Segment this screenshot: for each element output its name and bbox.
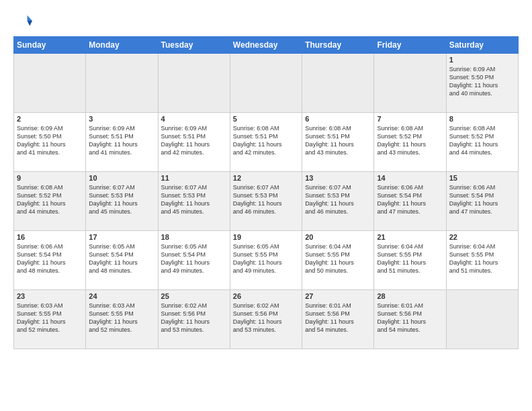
day-number: 3 bbox=[89, 115, 154, 123]
calendar-week-row: 9Sunrise: 6:08 AM Sunset: 5:52 PM Daylig… bbox=[14, 172, 519, 231]
day-info: Sunrise: 6:06 AM Sunset: 5:54 PM Dayligh… bbox=[377, 183, 443, 216]
calendar-cell: 17Sunrise: 6:05 AM Sunset: 5:54 PM Dayli… bbox=[86, 231, 158, 290]
calendar-cell: 6Sunrise: 6:08 AM Sunset: 5:51 PM Daylig… bbox=[302, 113, 374, 172]
day-info: Sunrise: 6:07 AM Sunset: 5:53 PM Dayligh… bbox=[89, 183, 154, 216]
page: SundayMondayTuesdayWednesdayThursdayFrid… bbox=[0, 0, 532, 356]
calendar-cell: 10Sunrise: 6:07 AM Sunset: 5:53 PM Dayli… bbox=[86, 172, 158, 231]
day-info: Sunrise: 6:01 AM Sunset: 5:56 PM Dayligh… bbox=[305, 302, 371, 334]
calendar-cell: 1Sunrise: 6:09 AM Sunset: 5:50 PM Daylig… bbox=[446, 54, 518, 113]
day-info: Sunrise: 6:07 AM Sunset: 5:53 PM Dayligh… bbox=[305, 183, 371, 216]
calendar-cell bbox=[446, 290, 518, 349]
day-number: 13 bbox=[305, 174, 371, 182]
weekday-header: Wednesday bbox=[230, 37, 302, 54]
logo-icon bbox=[13, 12, 32, 31]
day-number: 25 bbox=[161, 292, 227, 300]
day-info: Sunrise: 6:07 AM Sunset: 5:53 PM Dayligh… bbox=[161, 183, 227, 216]
calendar-cell: 24Sunrise: 6:03 AM Sunset: 5:55 PM Dayli… bbox=[86, 290, 158, 349]
calendar-cell bbox=[14, 54, 86, 113]
calendar-cell bbox=[302, 54, 374, 113]
day-number: 17 bbox=[89, 233, 154, 241]
calendar-cell: 11Sunrise: 6:07 AM Sunset: 5:53 PM Dayli… bbox=[158, 172, 230, 231]
day-number: 16 bbox=[17, 233, 83, 241]
day-number: 10 bbox=[89, 174, 154, 182]
calendar-cell: 15Sunrise: 6:06 AM Sunset: 5:54 PM Dayli… bbox=[446, 172, 518, 231]
calendar-week-row: 16Sunrise: 6:06 AM Sunset: 5:54 PM Dayli… bbox=[14, 231, 519, 290]
day-info: Sunrise: 6:09 AM Sunset: 5:51 PM Dayligh… bbox=[89, 124, 154, 157]
day-number: 24 bbox=[89, 292, 154, 300]
day-info: Sunrise: 6:06 AM Sunset: 5:54 PM Dayligh… bbox=[17, 242, 83, 275]
calendar-cell: 19Sunrise: 6:05 AM Sunset: 5:55 PM Dayli… bbox=[230, 231, 302, 290]
day-info: Sunrise: 6:05 AM Sunset: 5:54 PM Dayligh… bbox=[89, 242, 154, 275]
day-info: Sunrise: 6:06 AM Sunset: 5:54 PM Dayligh… bbox=[449, 183, 515, 216]
calendar-week-row: 23Sunrise: 6:03 AM Sunset: 5:55 PM Dayli… bbox=[14, 290, 519, 349]
calendar-cell bbox=[374, 54, 446, 113]
day-number: 26 bbox=[233, 292, 299, 300]
day-number: 1 bbox=[449, 56, 515, 64]
day-info: Sunrise: 6:02 AM Sunset: 5:56 PM Dayligh… bbox=[233, 302, 299, 334]
calendar-cell: 22Sunrise: 6:04 AM Sunset: 5:55 PM Dayli… bbox=[446, 231, 518, 290]
day-number: 6 bbox=[305, 115, 371, 123]
day-info: Sunrise: 6:08 AM Sunset: 5:52 PM Dayligh… bbox=[377, 124, 443, 157]
day-number: 2 bbox=[17, 115, 83, 123]
calendar-cell: 18Sunrise: 6:05 AM Sunset: 5:54 PM Dayli… bbox=[158, 231, 230, 290]
calendar-cell: 5Sunrise: 6:08 AM Sunset: 5:51 PM Daylig… bbox=[230, 113, 302, 172]
weekday-header: Thursday bbox=[302, 37, 374, 54]
day-info: Sunrise: 6:08 AM Sunset: 5:52 PM Dayligh… bbox=[17, 183, 83, 216]
calendar-cell: 20Sunrise: 6:04 AM Sunset: 5:55 PM Dayli… bbox=[302, 231, 374, 290]
day-number: 19 bbox=[233, 233, 299, 241]
day-info: Sunrise: 6:08 AM Sunset: 5:51 PM Dayligh… bbox=[305, 124, 371, 157]
day-info: Sunrise: 6:04 AM Sunset: 5:55 PM Dayligh… bbox=[449, 242, 515, 275]
weekday-header-row: SundayMondayTuesdayWednesdayThursdayFrid… bbox=[14, 37, 519, 54]
day-info: Sunrise: 6:04 AM Sunset: 5:55 PM Dayligh… bbox=[305, 242, 371, 275]
day-number: 18 bbox=[161, 233, 227, 241]
day-info: Sunrise: 6:03 AM Sunset: 5:55 PM Dayligh… bbox=[17, 302, 83, 334]
calendar-cell: 28Sunrise: 6:01 AM Sunset: 5:56 PM Dayli… bbox=[374, 290, 446, 349]
weekday-header: Sunday bbox=[14, 37, 86, 54]
day-number: 12 bbox=[233, 174, 299, 182]
day-number: 14 bbox=[377, 174, 443, 182]
day-info: Sunrise: 6:08 AM Sunset: 5:52 PM Dayligh… bbox=[449, 124, 515, 157]
day-info: Sunrise: 6:08 AM Sunset: 5:51 PM Dayligh… bbox=[233, 124, 299, 157]
day-info: Sunrise: 6:09 AM Sunset: 5:50 PM Dayligh… bbox=[17, 124, 83, 157]
calendar-cell: 7Sunrise: 6:08 AM Sunset: 5:52 PM Daylig… bbox=[374, 113, 446, 172]
calendar-cell: 16Sunrise: 6:06 AM Sunset: 5:54 PM Dayli… bbox=[14, 231, 86, 290]
day-number: 5 bbox=[233, 115, 299, 123]
calendar-cell: 14Sunrise: 6:06 AM Sunset: 5:54 PM Dayli… bbox=[374, 172, 446, 231]
day-info: Sunrise: 6:09 AM Sunset: 5:50 PM Dayligh… bbox=[449, 65, 515, 98]
svg-marker-1 bbox=[28, 21, 32, 26]
calendar-week-row: 1Sunrise: 6:09 AM Sunset: 5:50 PM Daylig… bbox=[14, 54, 519, 113]
day-number: 22 bbox=[449, 233, 515, 241]
calendar-table: SundayMondayTuesdayWednesdayThursdayFrid… bbox=[13, 36, 519, 349]
calendar-cell bbox=[230, 54, 302, 113]
calendar-cell: 25Sunrise: 6:02 AM Sunset: 5:56 PM Dayli… bbox=[158, 290, 230, 349]
day-number: 20 bbox=[305, 233, 371, 241]
day-info: Sunrise: 6:04 AM Sunset: 5:55 PM Dayligh… bbox=[377, 242, 443, 275]
weekday-header: Saturday bbox=[446, 37, 518, 54]
day-number: 28 bbox=[377, 292, 443, 300]
day-number: 9 bbox=[17, 174, 83, 182]
calendar-cell: 23Sunrise: 6:03 AM Sunset: 5:55 PM Dayli… bbox=[14, 290, 86, 349]
day-number: 23 bbox=[17, 292, 83, 300]
calendar-week-row: 2Sunrise: 6:09 AM Sunset: 5:50 PM Daylig… bbox=[14, 113, 519, 172]
calendar-cell: 3Sunrise: 6:09 AM Sunset: 5:51 PM Daylig… bbox=[86, 113, 158, 172]
calendar-cell: 26Sunrise: 6:02 AM Sunset: 5:56 PM Dayli… bbox=[230, 290, 302, 349]
weekday-header: Tuesday bbox=[158, 37, 230, 54]
day-number: 7 bbox=[377, 115, 443, 123]
calendar-cell: 2Sunrise: 6:09 AM Sunset: 5:50 PM Daylig… bbox=[14, 113, 86, 172]
calendar-cell bbox=[86, 54, 158, 113]
day-info: Sunrise: 6:09 AM Sunset: 5:51 PM Dayligh… bbox=[161, 124, 227, 157]
day-number: 8 bbox=[449, 115, 515, 123]
header bbox=[13, 12, 519, 31]
calendar-cell: 27Sunrise: 6:01 AM Sunset: 5:56 PM Dayli… bbox=[302, 290, 374, 349]
day-info: Sunrise: 6:03 AM Sunset: 5:55 PM Dayligh… bbox=[89, 302, 154, 334]
logo-area bbox=[13, 12, 35, 31]
day-number: 27 bbox=[305, 292, 371, 300]
day-info: Sunrise: 6:05 AM Sunset: 5:55 PM Dayligh… bbox=[233, 242, 299, 275]
day-number: 11 bbox=[161, 174, 227, 182]
calendar-cell bbox=[158, 54, 230, 113]
calendar-cell: 4Sunrise: 6:09 AM Sunset: 5:51 PM Daylig… bbox=[158, 113, 230, 172]
weekday-header: Friday bbox=[374, 37, 446, 54]
day-number: 15 bbox=[449, 174, 515, 182]
day-number: 21 bbox=[377, 233, 443, 241]
day-info: Sunrise: 6:07 AM Sunset: 5:53 PM Dayligh… bbox=[233, 183, 299, 216]
